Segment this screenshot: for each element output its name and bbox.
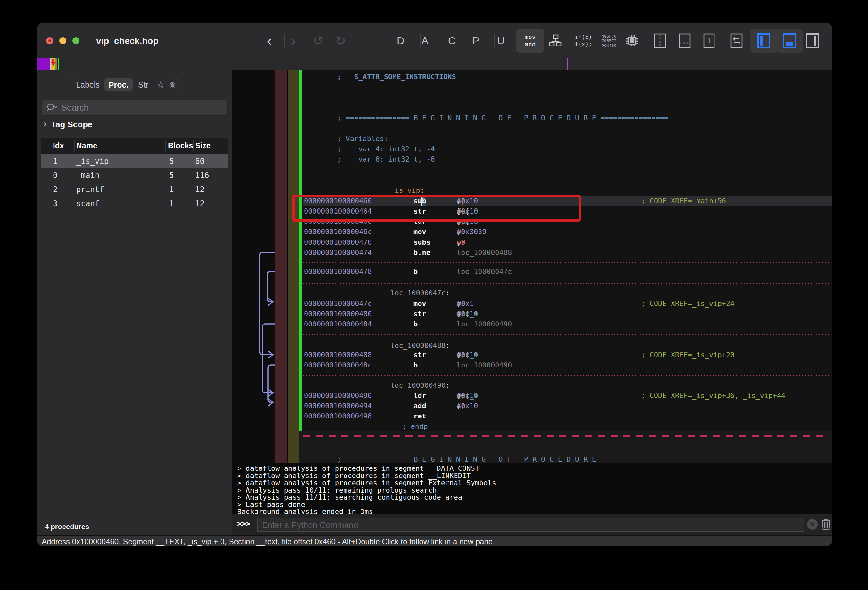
clear-console-button[interactable]: ✕: [807, 519, 818, 530]
trash-icon: [820, 518, 832, 531]
minimize-window-button[interactable]: [59, 37, 66, 44]
status-bar: Address 0x100000460, Segment __TEXT, _is…: [37, 535, 833, 546]
window-title: vip_check.hop: [96, 36, 159, 46]
toolbar-separator: [565, 34, 565, 47]
assembly-view-button[interactable]: mov add: [516, 29, 544, 53]
asm-row[interactable]: _is_vip:: [232, 185, 833, 195]
python-prompt: >>>: [236, 519, 250, 528]
zoom-window-button[interactable]: [72, 37, 80, 44]
procedure-separator: [303, 435, 829, 437]
tag-scope-disclosure[interactable]: › Tag Scope: [43, 119, 93, 130]
asm-row[interactable]: 0000000100000474b.neloc_100000488: [232, 247, 833, 258]
asm-row[interactable]: ; var_8: int32_t, -8: [232, 154, 833, 164]
asm-row[interactable]: 0000000100000498ret: [232, 411, 833, 421]
code-mode-button[interactable]: C: [448, 23, 459, 58]
forward-button[interactable]: ›: [287, 23, 300, 58]
status-text: Address 0x100000460, Segment __TEXT, _is…: [42, 537, 493, 546]
table-row[interactable]: 0_main5116: [41, 169, 228, 182]
pseudocode-button[interactable]: if(b) f(x);: [567, 23, 599, 58]
asm-row[interactable]: loc_10000047c:: [232, 288, 833, 298]
asm-row[interactable]: loc_100000490:: [232, 380, 833, 390]
asm-row[interactable]: ; endp: [232, 421, 833, 432]
svg-text:1: 1: [707, 37, 711, 45]
circle-icon: ◉: [169, 80, 176, 89]
python-input-placeholder: Enter a Python Command: [262, 520, 358, 530]
asm-row[interactable]: 0000000100000470subsw8, w8, w9: [232, 237, 833, 247]
cfg-view-button[interactable]: [548, 23, 563, 58]
vertical-split-icon: [653, 33, 667, 49]
toolbar-separator: [698, 34, 698, 47]
toolbar-separator: [284, 34, 285, 47]
back-button[interactable]: ‹: [263, 23, 276, 58]
segment-mark: [58, 58, 59, 70]
table-row[interactable]: 1_is_vip560: [41, 154, 228, 168]
caret-position-marker: [567, 58, 568, 70]
data-mode-button[interactable]: D: [397, 23, 408, 58]
single-pane-button[interactable]: 1: [701, 23, 717, 58]
tab-strings[interactable]: Str: [133, 78, 154, 91]
console-line: > Analysis pass 11/11: searching contigu…: [237, 494, 462, 501]
control-flow-arrows: [232, 70, 275, 463]
procedure-mode-button[interactable]: P: [472, 23, 483, 58]
asm-row[interactable]: 000000010000048cbloc_100000490: [232, 360, 833, 370]
ascii-mode-button[interactable]: A: [422, 23, 433, 58]
asm-row[interactable]: ; =============== B E G I N N I N G O F …: [232, 454, 833, 463]
delete-log-button[interactable]: [820, 518, 832, 531]
swap-arrows-icon: [729, 33, 744, 49]
toggle-left-panel-button[interactable]: [750, 29, 778, 53]
console-line: > Analysis pass 10/11: remaining prologs…: [237, 486, 437, 494]
tab-labels[interactable]: Labels: [71, 78, 105, 91]
hex-view-button[interactable]: 486F70 706572 204469: [596, 23, 622, 58]
star-icon: ☆: [157, 80, 164, 90]
redo-button[interactable]: ↻: [334, 23, 347, 58]
table-row[interactable]: 2printf112: [41, 182, 228, 196]
split-vertical-button[interactable]: [652, 23, 668, 58]
asm-row[interactable]: ; Variables:: [232, 133, 833, 144]
console-line: > dataflow analysis of procedures in seg…: [237, 464, 479, 472]
console-line: > Last pass done: [237, 501, 305, 508]
asm-row[interactable]: 0000000100000484bloc_100000490: [232, 319, 833, 329]
search-input[interactable]: Search: [42, 100, 227, 116]
asm-row[interactable]: 0000000100000490ldrw0, [sp, #0x10 + var_…: [232, 390, 833, 401]
console-log[interactable]: > dataflow analysis of procedures in seg…: [232, 463, 833, 514]
asm-row[interactable]: ; var_4: int32_t, -4: [232, 143, 833, 154]
tab-tags[interactable]: ◉: [167, 78, 177, 91]
close-window-button[interactable]: [46, 37, 53, 44]
asm-row[interactable]: ; =============== B E G I N N I N G O F …: [232, 112, 833, 123]
cpu-button[interactable]: [624, 23, 640, 58]
navigation-strip[interactable]: [37, 58, 833, 70]
sidebar-tab-bar: Labels Proc. Str ☆ ◉: [71, 78, 178, 92]
asm-row[interactable]: 000000010000046cmovw9, #0x3039: [232, 226, 833, 237]
toggle-bottom-panel-button[interactable]: [776, 29, 803, 53]
undo-button[interactable]: ↺: [312, 23, 325, 58]
toolbar-separator: [445, 34, 445, 47]
console-line: > dataflow analysis of procedures in seg…: [237, 479, 496, 486]
swap-panes-button[interactable]: [729, 23, 745, 58]
split-horizontal-button[interactable]: [677, 23, 692, 58]
position-arrow-icon: [50, 62, 56, 66]
disassembly-pane[interactable]: ; S_ATTR_SOME_INSTRUCTIONS; ============…: [232, 70, 833, 463]
hopper-window: vip_check.hop ‹ › ↺ ↻ D A C P U mov add: [37, 23, 833, 546]
asm-row[interactable]: 0000000100000478bloc_10000047c: [232, 266, 833, 277]
chevron-right-icon: ›: [43, 118, 46, 129]
asm-row[interactable]: 0000000100000488strwzr, [sp, #0x10 + var…: [232, 349, 833, 360]
asm-row[interactable]: ; S_ATTR_SOME_INSTRUCTIONS: [232, 71, 833, 82]
procedure-table-header[interactable]: Idx Name Blocks Size: [41, 138, 228, 154]
chevron-right-icon: ›: [291, 33, 296, 49]
asm-row[interactable]: 0000000100000494addsp, sp, #0x10: [232, 401, 833, 411]
pseudocode-icon: if(b) f(x);: [575, 34, 592, 48]
tab-procedures[interactable]: Proc.: [105, 78, 133, 91]
toggle-right-panel-button[interactable]: [804, 23, 822, 58]
asm-row[interactable]: 0000000100000480strw8, [sp, #0x10 + var_…: [232, 309, 833, 319]
undefined-mode-button[interactable]: U: [497, 23, 508, 58]
asm-row[interactable]: 000000010000047cmovw8, #0x1; CODE XREF=_…: [232, 298, 833, 309]
chevron-left-icon: ‹: [267, 33, 272, 49]
redo-icon: ↻: [336, 34, 346, 48]
toolbar-separator: [420, 34, 421, 47]
block-separator: [303, 375, 828, 376]
table-row[interactable]: 3scanf112: [41, 197, 228, 210]
python-command-input[interactable]: Enter a Python Command: [257, 518, 804, 532]
close-icon: ✕: [809, 521, 815, 529]
right-panel-icon: [805, 33, 820, 49]
tab-bookmarks[interactable]: ☆: [154, 78, 167, 91]
